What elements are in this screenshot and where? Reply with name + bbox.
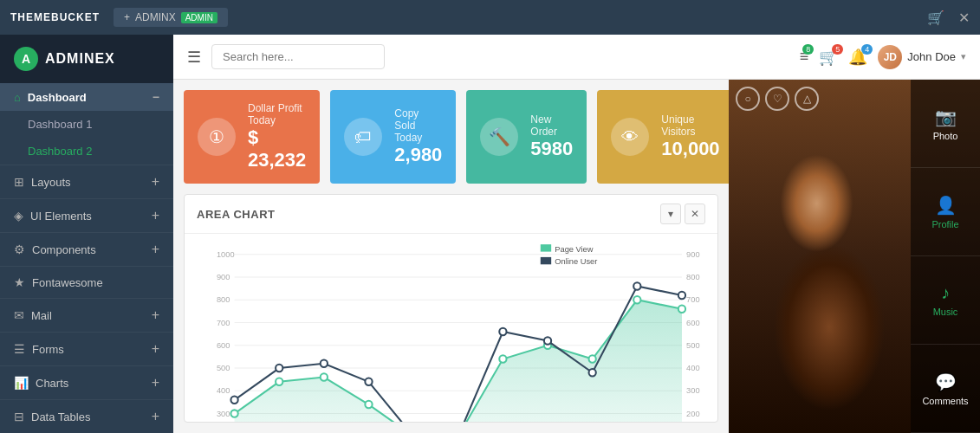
collapse-icon: − [153,90,159,104]
photo-action-btn[interactable]: 📷 Photo [911,80,980,168]
forms-plus-icon: + [152,341,159,357]
data-tables-plus-icon: + [152,409,159,424]
profile-action-icon: 👤 [935,195,957,216]
layouts-label: Layouts [31,176,71,189]
svg-text:700: 700 [686,295,699,304]
stat-card-copy-sold: 🏷 Copy Sold Today 2,980 [330,90,456,184]
admin-badge: ADMIN [181,12,217,23]
stat-card-new-order: 🔨 New Order 5980 [466,90,587,184]
chart-header: AREA CHART ▾ ✕ [185,195,717,234]
svg-point-45 [499,328,506,335]
sidebar-item-dashboard1[interactable]: Dashboard 1 [0,111,173,138]
svg-point-28 [230,410,237,417]
dollar-profit-value: $ 23,232 [248,126,306,171]
music-action-btn[interactable]: ♪ Music [911,256,980,345]
area-chart-svg: 1000 900 800 700 600 500 400 300 200 900… [191,241,711,423]
new-order-icon: 🔨 [480,118,518,156]
search-input[interactable] [211,44,385,69]
sidebar-item-components[interactable]: ⚙ Components + [0,232,173,266]
sidebar-item-fontawesome[interactable]: ★ Fontawesome [0,266,173,298]
photo-action-label: Photo [933,131,958,141]
profile-action-label: Profile [931,219,958,229]
forms-icon: ☰ [14,342,25,356]
hamburger-icon[interactable]: ☰ [187,48,201,67]
svg-text:800: 800 [217,295,230,304]
notifications-button[interactable]: 🛒 5 [819,48,838,67]
photo-overlay-share-icon[interactable]: △ [795,87,819,111]
unique-visitors-icon: 👁 [611,118,649,156]
components-label: Components [32,243,96,256]
svg-point-29 [276,378,282,385]
sidebar-item-data-tables[interactable]: ⊟ Data Tables + [0,399,173,433]
cart-icon[interactable]: 🛒 [927,10,944,26]
sidebar: A ADMINEX ⌂ Dashboard − Dashboard 1 Dash… [0,35,173,433]
mail-label: Mail [31,309,52,322]
content-area: ☰ ≡ 8 🛒 5 🔔 4 JD [173,35,980,433]
chart-collapse-btn[interactable]: ▾ [660,204,681,224]
svg-point-36 [589,355,596,362]
chart-panel: AREA CHART ▾ ✕ 1000 900 800 700 [184,194,718,423]
sidebar-item-dashboard2[interactable]: Dashboard 2 [0,138,173,165]
mail-icon: ✉ [14,308,24,322]
sidebar-item-forms[interactable]: ☰ Forms + [0,332,173,365]
svg-point-39 [230,397,237,404]
svg-marker-27 [235,300,682,423]
sidebar-logo: A ADMINEX [0,35,173,83]
messages-badge: 8 [802,44,814,55]
layouts-icon: ⊞ [14,175,24,189]
photo-overlay-icons: ○ ♡ △ [736,87,819,111]
layouts-plus-icon: + [152,174,159,190]
svg-text:600: 600 [686,319,699,327]
messages-button[interactable]: ≡ 8 [800,48,809,66]
header-right: ≡ 8 🛒 5 🔔 4 JD John Doe ▾ [800,45,966,69]
alerts-badge: 4 [861,44,873,55]
svg-text:Online User: Online User [555,257,597,266]
tab-plus: + [124,11,130,23]
ui-elements-label: UI Elements [30,210,92,223]
photo-overlay-heart-icon[interactable]: ♡ [765,87,789,111]
admin-tab[interactable]: + ADMINX ADMIN [114,8,228,27]
svg-text:900: 900 [217,273,230,281]
topbar-close-icon[interactable]: ✕ [958,10,970,26]
svg-text:700: 700 [217,319,230,327]
stat-visitors-info: Unique Visitors 10,000 [661,113,719,160]
stats-row: ① Dollar Profit Today $ 23,232 🏷 Copy So… [184,90,718,184]
fontawesome-label: Fontawesome [32,276,103,289]
fontawesome-icon: ★ [14,275,25,289]
svg-point-31 [365,401,372,408]
alerts-button[interactable]: 🔔 4 [848,48,867,67]
new-order-label: New Order [530,113,573,138]
dashboard1-label: Dashboard 1 [28,118,92,131]
svg-text:300: 300 [217,410,230,418]
charts-plus-icon: + [152,375,159,391]
svg-text:500: 500 [217,364,230,372]
svg-text:400: 400 [217,386,230,395]
copy-sold-icon: 🏷 [344,118,382,156]
sidebar-item-dashboard[interactable]: ⌂ Dashboard − [0,83,173,111]
svg-point-46 [544,337,551,344]
svg-point-38 [678,306,685,313]
sidebar-item-ui-elements[interactable]: ◈ UI Elements + [0,198,173,232]
stat-order-info: New Order 5980 [530,113,573,160]
new-order-value: 5980 [530,138,573,160]
svg-text:400: 400 [686,364,699,372]
chart-close-btn[interactable]: ✕ [685,204,705,224]
charts-label: Charts [36,377,68,390]
sidebar-item-mail[interactable]: ✉ Mail + [0,298,173,332]
comments-action-btn[interactable]: 💬 Comments [911,345,980,433]
user-info[interactable]: JD John Doe ▾ [878,45,966,69]
svg-point-42 [365,378,372,385]
svg-point-49 [678,292,685,299]
components-plus-icon: + [152,242,159,257]
ui-elements-icon: ◈ [14,209,23,223]
sidebar-item-charts[interactable]: 📊 Charts + [0,365,173,399]
charts-icon: 📊 [14,376,29,390]
data-tables-label: Data Tables [31,410,90,423]
dashboard2-label: Dashboard 2 [28,145,92,158]
photo-overlay-circle-icon[interactable]: ○ [736,87,760,111]
profile-action-btn[interactable]: 👤 Profile [911,168,980,256]
user-name: John Doe [907,50,956,63]
dashboard-icon: ⌂ [14,91,21,104]
sidebar-item-layouts[interactable]: ⊞ Layouts + [0,165,173,198]
stat-card-dollar-profit: ① Dollar Profit Today $ 23,232 [184,90,320,184]
